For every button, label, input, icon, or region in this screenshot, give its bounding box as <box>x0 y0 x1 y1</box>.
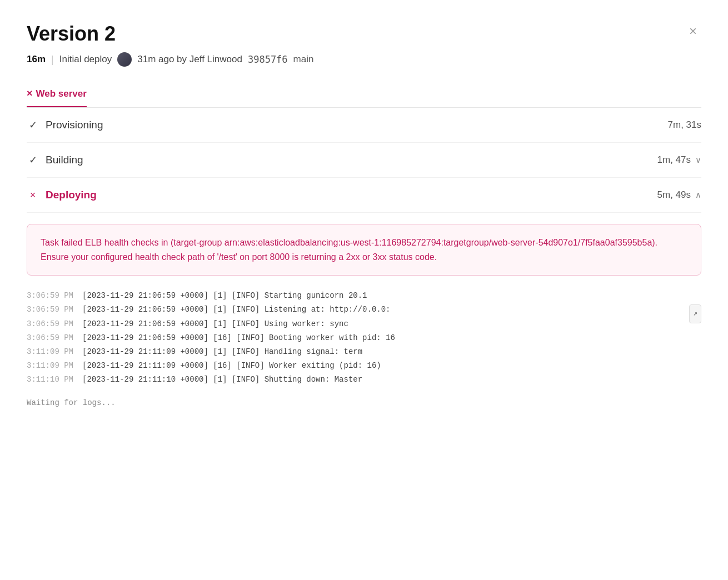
deploy-meta: 16m | Initial deploy 31m ago by Jeff Lin… <box>27 52 701 67</box>
waiting-text: Waiting for logs... <box>27 396 701 410</box>
deploying-label: Deploying <box>46 189 97 201</box>
deploying-time: 5m, 49s <box>657 189 691 201</box>
log-timestamp: 3:06:59 PM <box>27 303 82 317</box>
building-label: Building <box>46 154 83 166</box>
log-line: 3:11:09 PM [2023-11-29 21:11:09 +0000] [… <box>27 359 701 373</box>
deploy-duration: 16m <box>27 54 46 65</box>
log-line: 3:06:59 PM [2023-11-29 21:06:59 +0000] [… <box>27 289 701 303</box>
deploying-chevron-up-icon: ∧ <box>695 190 701 200</box>
log-content: [2023-11-29 21:06:59 +0000] [1] [INFO] U… <box>82 317 348 331</box>
avatar <box>117 52 132 67</box>
log-line: 3:06:59 PM [2023-11-29 21:06:59 +0000] [… <box>27 317 701 331</box>
deploying-error-icon: × <box>27 189 39 201</box>
meta-separator: | <box>51 54 54 66</box>
building-time: 1m, 47s <box>657 154 691 166</box>
log-line: 3:06:59 PM [2023-11-29 21:06:59 +0000] [… <box>27 303 701 317</box>
deploy-description: Initial deploy <box>59 54 112 65</box>
step-building[interactable]: ✓ Building 1m, 47s ∨ <box>27 143 701 178</box>
close-button[interactable]: × <box>685 22 701 40</box>
deploying-right: 5m, 49s ∧ <box>657 189 701 201</box>
log-line: 3:11:10 PM [2023-11-29 21:11:10 +0000] [… <box>27 373 701 387</box>
log-timestamp: 3:06:59 PM <box>27 289 82 303</box>
building-chevron-down-icon: ∨ <box>695 155 701 165</box>
log-content: [2023-11-29 21:06:59 +0000] [1] [INFO] L… <box>82 303 391 317</box>
expand-log-button[interactable]: ↗ <box>689 304 701 323</box>
building-check-icon: ✓ <box>27 154 39 166</box>
steps-list: ✓ Provisioning 7m, 31s ✓ Building 1m, 47… <box>27 108 701 213</box>
deploy-commit: 39857f6 <box>248 54 288 65</box>
error-message: Task failed ELB health checks in (target… <box>41 236 687 264</box>
log-content: [2023-11-29 21:11:09 +0000] [1] [INFO] H… <box>82 345 362 359</box>
log-timestamp: 3:11:09 PM <box>27 345 82 359</box>
log-content: [2023-11-29 21:11:09 +0000] [16] [INFO] … <box>82 359 381 373</box>
log-area: ↗ 3:06:59 PM [2023-11-29 21:06:59 +0000]… <box>27 289 701 410</box>
log-timestamp: 3:11:09 PM <box>27 359 82 373</box>
log-line: 3:11:09 PM [2023-11-29 21:11:09 +0000] [… <box>27 345 701 359</box>
page-header: Version 2 × <box>27 22 701 46</box>
deploy-time-ago: 31m ago by Jeff Linwood <box>137 54 242 65</box>
step-provisioning-left: ✓ Provisioning <box>27 119 103 131</box>
provisioning-label: Provisioning <box>46 119 103 131</box>
avatar-image <box>117 52 132 67</box>
log-timestamp: 3:11:10 PM <box>27 373 82 387</box>
log-content: [2023-11-29 21:11:10 +0000] [1] [INFO] S… <box>82 373 362 387</box>
log-timestamp: 3:06:59 PM <box>27 331 82 345</box>
log-timestamp: 3:06:59 PM <box>27 317 82 331</box>
page-title: Version 2 <box>27 22 116 46</box>
tabs-bar: × Web server <box>27 82 701 108</box>
log-content: [2023-11-29 21:06:59 +0000] [16] [INFO] … <box>82 331 395 345</box>
error-box: Task failed ELB health checks in (target… <box>27 224 701 276</box>
log-content: [2023-11-29 21:06:59 +0000] [1] [INFO] S… <box>82 289 367 303</box>
step-deploying[interactable]: × Deploying 5m, 49s ∧ <box>27 178 701 212</box>
log-lines: 3:06:59 PM [2023-11-29 21:06:59 +0000] [… <box>27 289 701 387</box>
deploy-branch: main <box>293 54 314 65</box>
provisioning-check-icon: ✓ <box>27 119 39 131</box>
log-line: 3:06:59 PM [2023-11-29 21:06:59 +0000] [… <box>27 331 701 345</box>
step-provisioning[interactable]: ✓ Provisioning 7m, 31s <box>27 108 701 143</box>
building-right: 1m, 47s ∨ <box>657 154 701 166</box>
step-building-left: ✓ Building <box>27 154 83 166</box>
tab-label: Web server <box>36 88 87 99</box>
step-deploying-left: × Deploying <box>27 189 97 201</box>
tab-web-server[interactable]: × Web server <box>27 82 87 107</box>
provisioning-time: 7m, 31s <box>668 119 701 131</box>
provisioning-duration: 7m, 31s <box>668 119 701 131</box>
tab-error-icon: × <box>27 88 33 99</box>
